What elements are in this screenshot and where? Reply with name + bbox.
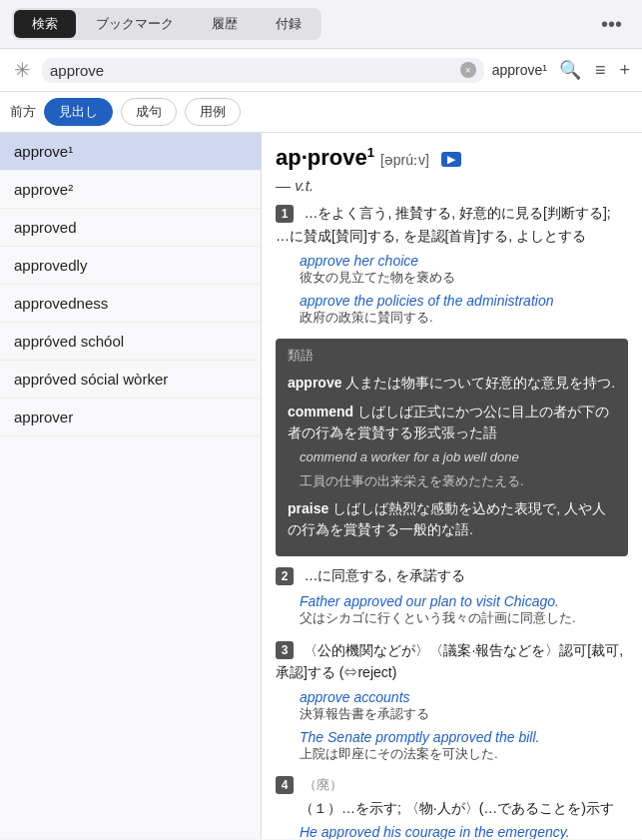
- definition-2: 2 …に同意する, を承諾する Father approved our plan…: [276, 564, 628, 626]
- current-entry-label: approve¹: [492, 62, 547, 78]
- example-jp-1a: 彼女の見立てた物を褒める: [300, 269, 628, 287]
- menu-icon-button[interactable]: ≡: [593, 58, 608, 83]
- entry-header: ap·prove1[əprúːv] ▶: [276, 145, 628, 171]
- example-3b: The Senate promptly approved the bill. 上…: [300, 729, 628, 763]
- search-input[interactable]: [50, 62, 460, 79]
- example-en-3b: The Senate promptly approved the bill.: [300, 729, 628, 745]
- search-area: ✳ × approve¹ 🔍 ≡ +: [0, 49, 642, 92]
- example-3a: approve accounts 決算報告書を承認する: [300, 689, 628, 723]
- prefix-label: 前方: [10, 103, 36, 121]
- tab-bookmark[interactable]: ブックマーク: [78, 10, 192, 38]
- tab-search[interactable]: 検索: [14, 10, 76, 38]
- more-options-button[interactable]: •••: [593, 9, 630, 40]
- example-en-1b: approve the policies of the administrati…: [300, 293, 628, 309]
- filter-usage[interactable]: 用例: [185, 98, 241, 126]
- play-audio-button[interactable]: ▶: [441, 152, 461, 167]
- example-jp-3a: 決算報告書を承認する: [300, 705, 628, 723]
- def-text-4: （廃）: [304, 777, 342, 792]
- sidebar-item-approvedness[interactable]: approvedness: [0, 285, 261, 323]
- tab-history[interactable]: 履歴: [194, 10, 256, 38]
- example-en-2a: Father approved our plan to visit Chicag…: [300, 593, 628, 609]
- sidebar-item-approve2[interactable]: approve²: [0, 171, 261, 209]
- entry-headword: ap·prove1[əprúːv] ▶: [276, 145, 461, 170]
- def-num-3: 3: [276, 641, 294, 659]
- part-of-speech: — v.t.: [276, 177, 628, 194]
- synonym-entry-approve: approve 人または物事について好意的な意見を持つ.: [288, 373, 616, 394]
- example-1a: approve her choice 彼女の見立てた物を褒める: [300, 253, 628, 287]
- filter-headword[interactable]: 見出し: [44, 98, 113, 126]
- example-jp-3b: 上院は即座にその法案を可決した.: [300, 745, 628, 763]
- sidebar-item-approved-school[interactable]: appróved schóol: [0, 323, 261, 361]
- example-jp-1b: 政府の政策に賛同する.: [300, 309, 628, 327]
- sidebar-item-approved[interactable]: approved: [0, 209, 261, 247]
- synonym-example-commend-en: commend a worker for a job well done: [300, 447, 616, 467]
- sidebar-item-approvedly[interactable]: approvedly: [0, 247, 261, 285]
- sidebar-item-approved-social-worker[interactable]: appróved sócial wòrker: [0, 361, 261, 399]
- content-panel: ap·prove1[əprúːv] ▶ — v.t. 1 …をよく言う, 推賛す…: [262, 133, 642, 839]
- def-text-3: 〈公的機関などが〉〈議案·報告などを〉認可[裁可, 承認]する (⇔reject…: [276, 642, 623, 680]
- synonym-box: 類語 approve 人または物事について好意的な意見を持つ. commend …: [276, 339, 628, 556]
- definition-1: 1 …をよく言う, 推賛する, 好意的に見る[判断する]; …に賛成[賛同]する…: [276, 202, 628, 327]
- entry-superscript: 1: [367, 145, 374, 160]
- def-num-1: 1: [276, 205, 294, 223]
- clear-search-button[interactable]: ×: [460, 62, 476, 78]
- example-4a: He approved his courage in the emergency…: [300, 824, 628, 839]
- example-en-3a: approve accounts: [300, 689, 628, 705]
- example-en-1a: approve her choice: [300, 253, 628, 269]
- sidebar-item-approve1[interactable]: approve¹: [0, 133, 261, 171]
- def-num-4: 4: [276, 776, 294, 794]
- example-jp-2a: 父はシカゴに行くという我々の計画に同意した.: [300, 609, 628, 627]
- synonym-example-commend-jp: 工員の仕事の出来栄えを褒めたたえる.: [300, 471, 616, 491]
- tab-appendix[interactable]: 付録: [258, 10, 320, 38]
- search-box: ×: [42, 58, 484, 83]
- add-icon-button[interactable]: +: [617, 58, 632, 83]
- def-text-1: …をよく言う, 推賛する, 好意的に見る[判断する]; …に賛成[賛同]する, …: [276, 205, 611, 243]
- example-2a: Father approved our plan to visit Chicag…: [300, 593, 628, 627]
- sidebar-item-approver[interactable]: approver: [0, 399, 261, 436]
- main-layout: approve¹ approve² approved approvedly ap…: [0, 133, 642, 839]
- search-icon-button[interactable]: 🔍: [557, 57, 583, 83]
- right-icons: approve¹ 🔍 ≡ +: [492, 57, 632, 83]
- example-1b: approve the policies of the administrati…: [300, 293, 628, 327]
- def-num-2: 2: [276, 567, 294, 585]
- example-en-4a: He approved his courage in the emergency…: [300, 824, 628, 839]
- definition-3: 3 〈公的機関などが〉〈議案·報告などを〉認可[裁可, 承認]する (⇔reje…: [276, 639, 628, 764]
- definition-4: 4 （廃） （１）…を示す; 〈物·人が〉(…であることを)示す He appr…: [276, 775, 628, 839]
- filter-phrase[interactable]: 成句: [121, 98, 177, 126]
- top-navigation: 検索 ブックマーク 履歴 付録 •••: [0, 0, 642, 49]
- sidebar: approve¹ approve² approved approvedly ap…: [0, 133, 262, 839]
- asterisk-icon: ✳: [10, 58, 34, 82]
- def-4-sub: （１）…を示す; 〈物·人が〉(…であることを)示す: [276, 800, 628, 818]
- synonym-entry-commend: commend しばしば正式にかつ公に目上の者が下の者の行為を賞賛する形式張った…: [288, 402, 616, 490]
- entry-pronunciation: [əprúːv]: [380, 152, 429, 168]
- filter-row: 前方 見出し 成句 用例: [0, 92, 642, 133]
- synonym-entry-praise: praise しばしば熱烈な感動を込めた表現で, 人や人の行為を賞賛する一般的な…: [288, 498, 616, 540]
- def-text-2: …に同意する, を承諾する: [304, 567, 465, 583]
- nav-tab-group: 検索 ブックマーク 履歴 付録: [12, 8, 321, 40]
- synonym-header: 類語: [288, 347, 616, 365]
